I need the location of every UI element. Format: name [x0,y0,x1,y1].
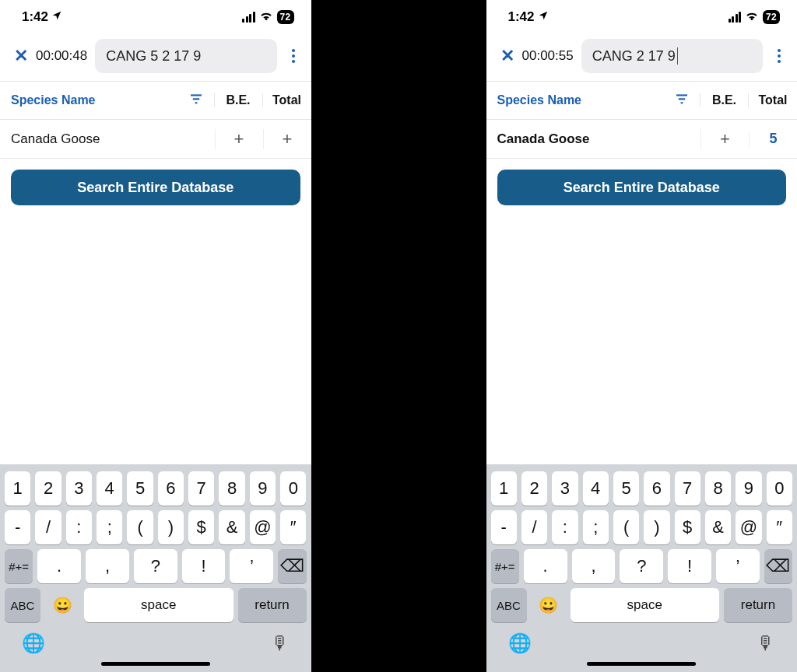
key[interactable]: , [86,549,129,583]
key[interactable]: , [572,549,616,583]
close-icon[interactable]: ✕ [14,47,28,65]
key-8[interactable]: 8 [705,471,731,506]
col-species-name[interactable]: Species Name [486,93,701,107]
key[interactable]: @ [736,510,761,544]
session-timer: 00:00:55 [522,48,574,64]
key[interactable]: / [521,510,547,544]
key[interactable]: - [491,510,517,544]
species-cell[interactable]: Canada Goose [486,131,701,147]
key-abc[interactable]: ABC [491,588,527,622]
col-be: B.E. [700,93,749,107]
key[interactable]: ’ [230,549,273,583]
key[interactable]: ( [613,510,639,544]
key-6[interactable]: 6 [644,471,669,506]
key[interactable]: $ [188,510,214,544]
key-6[interactable]: 6 [158,471,184,506]
key[interactable]: ’ [716,549,760,583]
key-abc[interactable]: ABC [5,588,40,622]
key-9[interactable]: 9 [736,471,761,506]
emoji-icon[interactable]: 😀 [45,588,79,622]
key-return[interactable]: return [238,588,307,622]
key-5[interactable]: 5 [613,471,639,506]
search-input[interactable]: CANG 2 17 9 [581,39,763,73]
table-header: Species NameB.E.Total [486,81,798,120]
keyboard: 1234567890-/:;()$&@″#+=.,?!’⌫ABC😀spacere… [0,464,311,672]
key[interactable]: ! [182,549,226,583]
key-2[interactable]: 2 [521,471,547,506]
key[interactable]: ; [583,510,609,544]
key-9[interactable]: 9 [250,471,276,506]
key[interactable]: ) [644,510,669,544]
search-database-button[interactable]: Search Entire Database [497,170,787,205]
col-be: B.E. [215,93,263,107]
key[interactable]: $ [675,510,700,544]
location-icon [538,9,549,25]
key[interactable]: ( [127,510,153,544]
filter-icon[interactable] [675,93,689,107]
total-cell[interactable]: 5 [749,131,797,147]
key[interactable]: . [524,549,567,583]
search-database-button[interactable]: Search Entire Database [11,170,300,205]
key-0[interactable]: 0 [767,471,792,506]
signal-icon [242,12,255,23]
globe-icon[interactable]: 🌐 [508,632,532,654]
backspace-icon[interactable]: ⌫ [764,549,792,583]
key[interactable]: & [219,510,244,544]
species-cell[interactable]: Canada Goose [0,131,215,147]
key[interactable]: ) [158,510,184,544]
key-7[interactable]: 7 [188,471,214,506]
key-1[interactable]: 1 [5,471,30,506]
key[interactable]: @ [250,510,276,544]
phone-screen: 1:4272✕00:00:48CANG 5 2 17 9Species Name… [0,0,311,672]
key[interactable]: / [35,510,61,544]
filter-icon[interactable] [189,93,203,107]
status-bar: 1:4272 [0,0,311,34]
be-add-button[interactable]: + [215,129,263,149]
key[interactable]: : [66,510,92,544]
key[interactable]: . [37,549,81,583]
key-7[interactable]: 7 [675,471,700,506]
globe-icon[interactable]: 🌐 [22,632,45,654]
kebab-menu-icon[interactable] [771,49,788,63]
key-1[interactable]: 1 [491,471,517,506]
key-symbols[interactable]: #+= [491,549,519,583]
total-cell[interactable]: + [263,129,311,149]
key[interactable]: : [552,510,578,544]
key[interactable]: ! [668,549,711,583]
session-timer: 00:00:48 [36,48,87,64]
key-5[interactable]: 5 [127,471,153,506]
backspace-icon[interactable]: ⌫ [278,549,306,583]
key-0[interactable]: 0 [280,471,306,506]
key-3[interactable]: 3 [66,471,92,506]
svg-rect-0 [191,94,202,96]
signal-icon [729,12,742,23]
key[interactable]: ? [620,549,663,583]
key-space[interactable]: space [84,588,233,622]
key[interactable]: ? [134,549,177,583]
emoji-icon[interactable]: 😀 [532,588,566,622]
search-value: CANG 2 17 9 [592,48,676,65]
key[interactable]: ; [97,510,122,544]
key-4[interactable]: 4 [583,471,609,506]
key-space[interactable]: space [571,588,720,622]
key-return[interactable]: return [724,588,792,622]
key-4[interactable]: 4 [97,471,122,506]
text-caret [677,47,678,65]
toolbar: ✕00:00:48CANG 5 2 17 9 [0,34,311,81]
mic-icon[interactable]: 🎙 [271,632,290,654]
key[interactable]: & [705,510,731,544]
be-add-button[interactable]: + [700,129,749,149]
home-indicator [587,662,696,666]
key[interactable]: ″ [280,510,306,544]
key-symbols[interactable]: #+= [5,549,33,583]
key[interactable]: - [5,510,30,544]
key-3[interactable]: 3 [552,471,578,506]
mic-icon[interactable]: 🎙 [757,632,775,654]
close-icon[interactable]: ✕ [500,47,514,65]
search-input[interactable]: CANG 5 2 17 9 [95,39,276,73]
key[interactable]: ″ [767,510,792,544]
kebab-menu-icon[interactable] [285,49,302,63]
key-2[interactable]: 2 [35,471,61,506]
col-species-name[interactable]: Species Name [0,93,215,107]
key-8[interactable]: 8 [219,471,244,506]
